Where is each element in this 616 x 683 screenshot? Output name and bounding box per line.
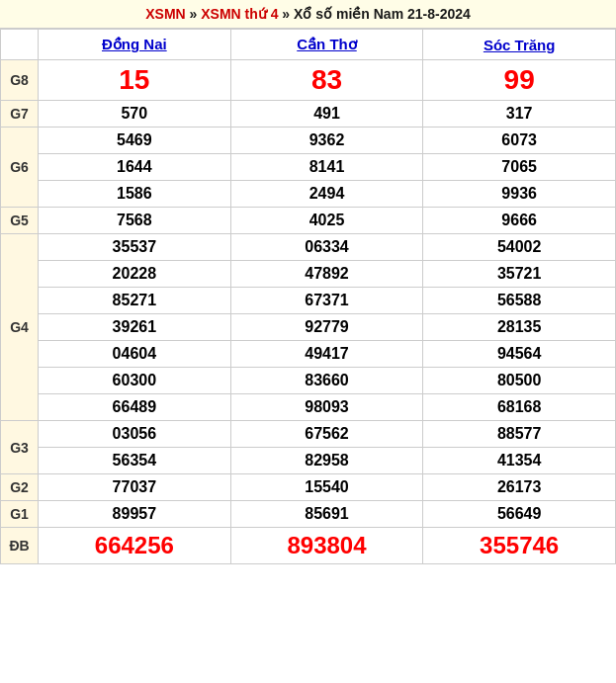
- lottery-table: Đồng Nai Cần Thơ Sóc Trăng G8 15 83 99 G…: [0, 29, 616, 564]
- table-row: ĐB 664256 893804 355746: [1, 528, 616, 564]
- g4-r3-v3: 56588: [423, 288, 616, 314]
- g4-r3-v1: 85271: [39, 288, 231, 314]
- g4-r1-v1: 35537: [39, 234, 231, 261]
- g3-r2-v2: 82958: [230, 448, 423, 474]
- g6-r1-v2: 9362: [230, 128, 423, 154]
- g1-v1: 89957: [39, 501, 231, 528]
- db-label: ĐB: [1, 528, 39, 564]
- g4-r7-v3: 68168: [423, 394, 616, 421]
- g4-r6-v3: 80500: [423, 368, 616, 394]
- g7-v3: 317: [423, 101, 616, 128]
- g6-r1-v3: 6073: [423, 128, 616, 154]
- g4-r5-v1: 04604: [39, 341, 231, 368]
- table-row: G8 15 83 99: [1, 60, 616, 101]
- table-row: 39261 92779 28135: [1, 314, 616, 341]
- page-title: Xổ số miền Nam 21-8-2024: [294, 6, 471, 22]
- table-row: 56354 82958 41354: [1, 448, 616, 474]
- col-header-label: [1, 30, 39, 60]
- db-v1: 664256: [39, 528, 231, 564]
- table-row: 85271 67371 56588: [1, 288, 616, 314]
- g4-r6-v1: 60300: [39, 368, 231, 394]
- g4-r4-v1: 39261: [39, 314, 231, 341]
- g8-v1: 15: [39, 60, 231, 101]
- col-header-soctrang: Sóc Trăng: [423, 30, 616, 60]
- g7-label: G7: [1, 101, 39, 128]
- g6-label: G6: [1, 128, 39, 208]
- g3-r1-v2: 67562: [230, 421, 423, 448]
- xsmn-link[interactable]: XSMN: [145, 6, 185, 22]
- col-header-cantho: Cần Thơ: [230, 30, 423, 60]
- table-row: G4 35537 06334 54002: [1, 234, 616, 261]
- g3-label: G3: [1, 421, 39, 474]
- table-row: G1 89957 85691 56649: [1, 501, 616, 528]
- g1-label: G1: [1, 501, 39, 528]
- table-row: 60300 83660 80500: [1, 368, 616, 394]
- g6-r2-v3: 7065: [423, 154, 616, 181]
- g2-v1: 77037: [39, 474, 231, 501]
- table-row: G2 77037 15540 26173: [1, 474, 616, 501]
- table-row: 66489 98093 68168: [1, 394, 616, 421]
- g7-v2: 491: [230, 101, 423, 128]
- table-row: G6 5469 9362 6073: [1, 128, 616, 154]
- db-v3: 355746: [423, 528, 616, 564]
- g4-r2-v3: 35721: [423, 261, 616, 288]
- g8-label: G8: [1, 60, 39, 101]
- g4-r4-v3: 28135: [423, 314, 616, 341]
- g6-r3-v2: 2494: [230, 181, 423, 208]
- g4-r2-v1: 20228: [39, 261, 231, 288]
- g8-v3: 99: [423, 60, 616, 101]
- table-row: 1586 2494 9936: [1, 181, 616, 208]
- g5-v3: 9666: [423, 208, 616, 234]
- xsmn-thu4-link[interactable]: XSMN thứ 4: [201, 6, 278, 22]
- g4-r3-v2: 67371: [230, 288, 423, 314]
- g4-r7-v1: 66489: [39, 394, 231, 421]
- g8-v2: 83: [230, 60, 423, 101]
- table-row: 20228 47892 35721: [1, 261, 616, 288]
- g1-v2: 85691: [230, 501, 423, 528]
- g7-v1: 570: [39, 101, 231, 128]
- sep1: »: [190, 6, 202, 22]
- g4-r6-v2: 83660: [230, 368, 423, 394]
- g6-r3-v1: 1586: [39, 181, 231, 208]
- g2-label: G2: [1, 474, 39, 501]
- col-header-dongnai: Đồng Nai: [39, 30, 231, 60]
- g4-r5-v2: 49417: [230, 341, 423, 368]
- db-v2: 893804: [230, 528, 423, 564]
- g4-r7-v2: 98093: [230, 394, 423, 421]
- g6-r1-v1: 5469: [39, 128, 231, 154]
- g3-r1-v1: 03056: [39, 421, 231, 448]
- g3-r2-v3: 41354: [423, 448, 616, 474]
- g6-r3-v3: 9936: [423, 181, 616, 208]
- g5-v1: 7568: [39, 208, 231, 234]
- g3-r2-v1: 56354: [39, 448, 231, 474]
- table-row: 04604 49417 94564: [1, 341, 616, 368]
- g5-v2: 4025: [230, 208, 423, 234]
- g6-r2-v1: 1644: [39, 154, 231, 181]
- g4-r2-v2: 47892: [230, 261, 423, 288]
- g3-r1-v3: 88577: [423, 421, 616, 448]
- table-row: G5 7568 4025 9666: [1, 208, 616, 234]
- table-row: 1644 8141 7065: [1, 154, 616, 181]
- g1-v3: 56649: [423, 501, 616, 528]
- g5-label: G5: [1, 208, 39, 234]
- table-row: G7 570 491 317: [1, 101, 616, 128]
- g6-r2-v2: 8141: [230, 154, 423, 181]
- g4-r1-v2: 06334: [230, 234, 423, 261]
- g4-label: G4: [1, 234, 39, 421]
- g4-r1-v3: 54002: [423, 234, 616, 261]
- table-row: G3 03056 67562 88577: [1, 421, 616, 448]
- header-top: XSMN » XSMN thứ 4 » Xổ số miền Nam 21-8-…: [0, 0, 616, 29]
- g4-r4-v2: 92779: [230, 314, 423, 341]
- g2-v2: 15540: [230, 474, 423, 501]
- g2-v3: 26173: [423, 474, 616, 501]
- sep2: »: [282, 6, 294, 22]
- g4-r5-v3: 94564: [423, 341, 616, 368]
